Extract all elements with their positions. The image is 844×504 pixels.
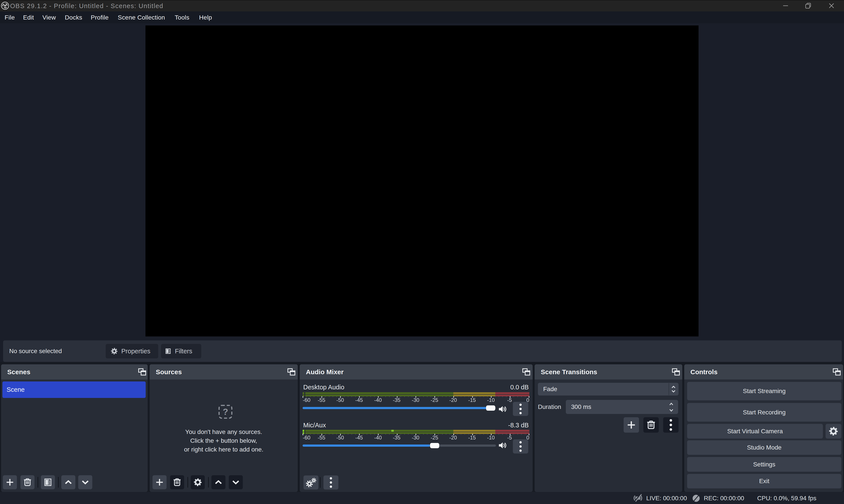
svg-text:?: ? [223, 407, 228, 417]
